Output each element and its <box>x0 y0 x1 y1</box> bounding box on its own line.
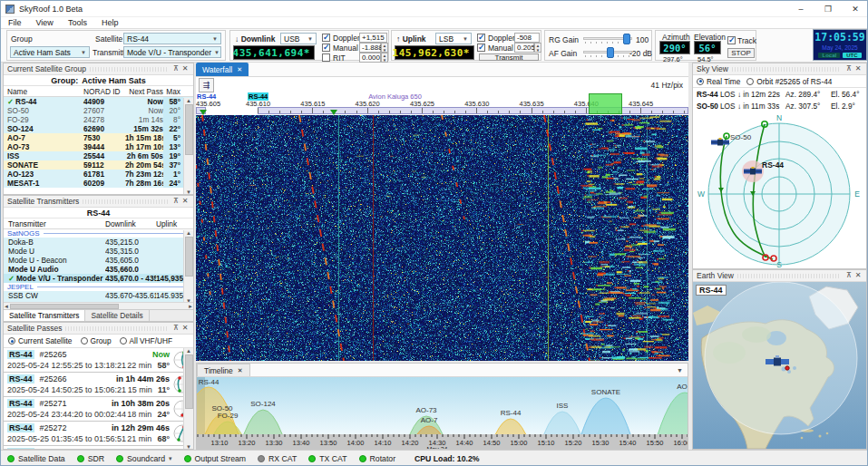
table-row[interactable]: SONATE591122h 20m 54s37° <box>4 160 193 170</box>
tab-satellite-transmitters[interactable]: Satellite Transmitters <box>4 310 85 321</box>
uplink-manual-checkbox[interactable] <box>477 44 485 52</box>
downlink-mode-select[interactable]: USB▼ <box>280 33 317 44</box>
downlink-doppler-checkbox[interactable] <box>322 34 330 42</box>
table-row[interactable]: FO-29242781m 14s8° <box>4 115 193 124</box>
sky-mode-radio[interactable]: Orbit #25265 of RS-44 <box>746 77 832 86</box>
close-icon[interactable]: ✕ <box>238 367 243 374</box>
vertical-scrollbar[interactable]: ▲▼ <box>183 230 193 304</box>
pin-icon[interactable]: ⊼ <box>171 197 180 206</box>
close-icon[interactable]: ✕ <box>853 271 863 280</box>
stop-button[interactable]: STOP <box>727 48 755 58</box>
status-item-sdr[interactable]: SDR <box>77 454 104 463</box>
filter-radio-group[interactable]: Group <box>81 336 112 345</box>
transmitter-select[interactable]: Mode V/U - Transponder▼ <box>123 46 221 58</box>
close-icon[interactable]: ✕ <box>180 197 190 206</box>
timeline-tab[interactable]: Timeline✕ <box>197 364 250 376</box>
uplink-doppler-checkbox[interactable] <box>477 34 485 42</box>
pass-list-item[interactable]: RS-44#25266in 1h 44m 26s2025-05-24 14:50… <box>4 373 193 397</box>
close-icon[interactable]: ✕ <box>180 324 190 333</box>
local-time-button[interactable]: Local <box>818 53 840 58</box>
menu-item-help[interactable]: Help <box>94 17 126 28</box>
station-label[interactable]: RS-44 <box>197 92 216 101</box>
waterfall-settings-button[interactable]: ⇶ <box>199 78 214 92</box>
downlink-rit-value[interactable]: 0.000 <box>359 53 381 63</box>
table-row[interactable]: SSB CW435.670-435.610145.935-145 <box>4 291 193 300</box>
vertical-scrollbar[interactable]: ▲▼ <box>183 348 193 450</box>
column-header[interactable]: Uplink <box>156 219 185 228</box>
pin-icon[interactable]: ⊼ <box>171 64 180 73</box>
table-row[interactable]: Mode U Audio435,660.0 <box>4 265 193 274</box>
af-gain-slider[interactable] <box>583 47 632 58</box>
pin-icon[interactable]: ⊼ <box>171 324 180 333</box>
pass-list-item[interactable]: RS-44#25271in 10h 38m 20s2025-05-24 23:4… <box>4 397 193 422</box>
table-row[interactable]: ✓Mode V/U - Transponder435,670.0 - 435,6… <box>4 274 193 283</box>
sky-view-polar-plot[interactable]: NSWERS-44SO-50 <box>693 112 866 268</box>
pass-list-item[interactable]: RS-44#25265Now2025-05-24 12:55:25 to 13:… <box>4 348 193 373</box>
table-row[interactable]: AO-73394441h 17m 10s13° <box>4 142 193 151</box>
column-header[interactable]: NORAD ID <box>83 87 125 96</box>
station-label[interactable]: Avion Kaluga 650 <box>368 92 422 101</box>
uplink-manual-spinner[interactable]: ▲▼ <box>534 43 541 53</box>
downlink-doppler-value[interactable]: +1,515 <box>359 33 387 43</box>
downlink-frequency-display[interactable]: 435,641,694* <box>233 45 315 60</box>
filter-radio-all-vhf-uhf[interactable]: All VHF/UHF <box>120 336 172 345</box>
downlink-rit-checkbox[interactable] <box>322 53 330 62</box>
track-checkbox[interactable] <box>727 36 736 44</box>
chevron-down-icon[interactable]: ▾ <box>169 455 172 462</box>
column-header[interactable]: Next Pass <box>125 87 163 96</box>
chevron-down-icon[interactable]: ▼ <box>677 367 683 374</box>
downlink-manual-checkbox[interactable] <box>322 44 330 52</box>
status-item-rx-cat[interactable]: RX CAT <box>258 454 297 463</box>
table-row[interactable]: ISS255442h 6m 50s19° <box>4 151 193 160</box>
downlink-manual-spinner[interactable]: ▲▼ <box>381 43 388 53</box>
waterfall-spectrum[interactable] <box>196 115 688 361</box>
status-item-tx-cat[interactable]: TX CAT <box>308 454 346 463</box>
menu-item-tools[interactable]: Tools <box>61 17 94 28</box>
waterfall-tab[interactable]: Waterfall✕ <box>196 63 249 76</box>
table-row[interactable]: SO-5027607Now20° <box>4 106 193 115</box>
table-row[interactable]: Mode U - Beacon435,605.0 <box>4 256 193 265</box>
vertical-scrollbar[interactable]: ▲▼ <box>183 98 193 195</box>
status-item-output-stream[interactable]: Output Stream <box>184 454 247 463</box>
station-label[interactable]: RS-44 <box>248 92 268 101</box>
transmit-button[interactable]: Transmit <box>479 53 539 61</box>
downlink-manual-value[interactable]: -1.888 <box>359 43 381 53</box>
menu-item-view[interactable]: View <box>29 17 61 28</box>
uplink-doppler-value[interactable]: -508 <box>514 33 540 43</box>
close-icon[interactable]: ✕ <box>180 64 190 73</box>
filter-radio-current-satellite[interactable]: Current Satellite <box>8 336 73 345</box>
table-row[interactable]: MESAT-1602097h 28m 16s24° <box>4 179 193 188</box>
timeline-chart[interactable]: RS-44SO-50FO-29SO-124AO-73AO-7RS-44ISSSO… <box>197 377 688 449</box>
minimize-button[interactable]: – <box>787 1 814 17</box>
sky-mode-radio[interactable]: Real Time <box>697 77 740 86</box>
earth-view-map[interactable]: RS-44 <box>693 282 866 449</box>
table-row[interactable]: Mode U435,315.0 <box>4 247 193 256</box>
table-row[interactable]: AO-123617817h 23m 12s1° <box>4 170 193 179</box>
tab-satellite-details[interactable]: Satellite Details <box>85 310 149 321</box>
pin-icon[interactable]: ⊼ <box>844 64 853 73</box>
maximize-button[interactable]: ❐ <box>814 1 842 17</box>
status-item-soundcard[interactable]: Soundcard▾ <box>116 454 172 463</box>
table-row[interactable]: Doka-B435,215.0 <box>4 238 193 247</box>
column-header[interactable]: Downlink <box>105 219 156 228</box>
utc-time-button[interactable]: UTC <box>843 53 861 58</box>
pin-icon[interactable]: ⊼ <box>844 271 853 280</box>
close-icon[interactable]: ✕ <box>237 66 242 73</box>
column-header[interactable]: Name <box>4 87 83 96</box>
uplink-mode-select[interactable]: LSB▼ <box>435 33 472 44</box>
table-row[interactable]: AO-775301h 15m 18s5° <box>4 133 193 142</box>
downlink-rit-spinner[interactable]: ▲▼ <box>381 53 388 63</box>
horizontal-scrollbar[interactable]: ◄► <box>4 302 193 309</box>
rf-gain-slider[interactable] <box>583 34 632 44</box>
status-item-rotator[interactable]: Rotator <box>359 454 396 463</box>
table-row[interactable]: ✓RS-4444909Now58° <box>4 97 193 106</box>
close-button[interactable]: ✕ <box>842 1 868 17</box>
status-item-satellite-data[interactable]: Satellite Data <box>7 454 65 463</box>
uplink-frequency-display[interactable]: 145,962,630* <box>395 45 474 60</box>
tuned-region-box[interactable] <box>589 93 621 114</box>
column-header[interactable]: Transmitter <box>4 219 105 228</box>
table-row[interactable]: SO-1246269015m 32s22° <box>4 124 193 133</box>
close-icon[interactable]: ✕ <box>853 64 863 73</box>
column-header[interactable]: Max <box>163 87 183 96</box>
group-select[interactable]: Active Ham Sats▼ <box>10 46 90 58</box>
